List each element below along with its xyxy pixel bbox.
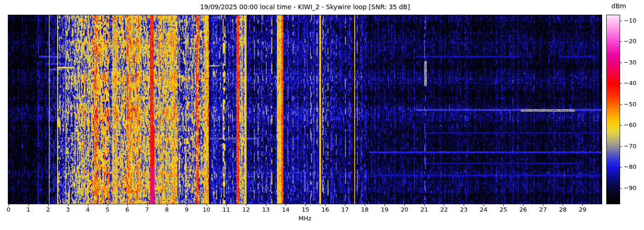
colorbar-tick	[620, 167, 622, 167]
x-tick-label: 6	[126, 207, 129, 213]
colorbar-tick	[620, 21, 622, 21]
x-tick-label: 7	[145, 207, 149, 213]
x-tick-label: 29	[579, 207, 586, 213]
colorbar-tick	[620, 41, 622, 42]
colorbar-tick-label: −40	[624, 80, 636, 86]
colorbar-canvas	[607, 15, 620, 204]
colorbar	[607, 15, 620, 204]
x-tick-label: 20	[401, 207, 408, 213]
x-tick-label: 12	[242, 207, 250, 213]
x-tick-label: 18	[361, 207, 369, 213]
colorbar-tick	[620, 125, 622, 126]
x-tick-label: 9	[185, 207, 189, 213]
colorbar-tick-label: −20	[624, 38, 636, 45]
colorbar-tick-label: −60	[624, 122, 636, 128]
colorbar-unit-label: dBm	[611, 2, 626, 10]
colorbar-tick-label: −10	[624, 17, 636, 24]
x-tick-label: 14	[282, 207, 290, 213]
x-tick-label: 28	[559, 207, 567, 213]
x-tick-label: 23	[460, 207, 468, 213]
x-tick-label: 10	[203, 207, 211, 213]
colorbar-tick-label: −90	[624, 185, 636, 191]
colorbar-tick-label: −30	[624, 59, 636, 66]
x-tick-label: 1	[26, 207, 30, 213]
chart-title: 19/09/2025 00:00 local time - KIWI_2 - S…	[200, 3, 410, 11]
plot-area	[8, 15, 602, 204]
colorbar-tick	[620, 104, 622, 105]
x-tick-label: 3	[66, 207, 69, 213]
x-tick-label: 21	[420, 207, 428, 213]
spectrogram-figure: 19/09/2025 00:00 local time - KIWI_2 - S…	[0, 0, 644, 230]
x-tick-label: 11	[223, 207, 230, 213]
colorbar-tick	[620, 63, 622, 63]
x-tick-label: 16	[322, 207, 329, 213]
x-tick-label: 26	[519, 207, 527, 213]
x-tick-label: 4	[86, 207, 89, 213]
x-tick-label: 25	[500, 207, 507, 213]
colorbar-tick-label: −80	[624, 164, 636, 170]
colorbar-tick	[620, 146, 622, 147]
x-tick-label: 13	[262, 207, 270, 213]
x-tick-label: 2	[46, 207, 50, 213]
x-tick-label: 19	[381, 207, 389, 213]
x-axis-label: MHz	[299, 215, 311, 222]
x-tick-label: 24	[480, 207, 488, 213]
x-tick-label: 0	[6, 207, 10, 213]
x-tick-label: 5	[106, 207, 109, 213]
x-tick-label: 22	[440, 207, 448, 213]
x-tick-label: 27	[539, 207, 547, 213]
spectrogram-canvas	[8, 15, 602, 204]
colorbar-tick	[620, 188, 622, 189]
x-tick-label: 8	[165, 207, 169, 213]
x-tick-label: 17	[341, 207, 349, 213]
x-tick-label: 15	[302, 207, 310, 213]
colorbar-tick-label: −70	[624, 143, 636, 150]
colorbar-tick	[620, 83, 622, 84]
colorbar-tick-label: −50	[624, 101, 636, 108]
